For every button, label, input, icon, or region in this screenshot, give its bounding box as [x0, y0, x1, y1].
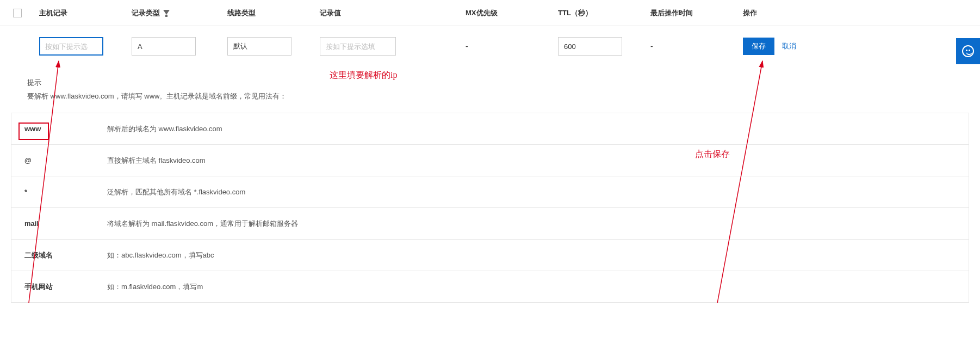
hint-key: @	[11, 156, 107, 164]
header-host: 主机记录	[39, 8, 132, 18]
hint-row: www 解析后的域名为 www.flaskvideo.com	[11, 113, 969, 145]
hint-key: 二级域名	[11, 250, 107, 260]
header-type-label: 记录类型	[132, 8, 160, 18]
header-line: 线路类型	[227, 8, 320, 18]
save-button[interactable]: 保存	[743, 38, 774, 55]
header-value: 记录值	[320, 8, 466, 18]
support-badge[interactable]	[956, 38, 980, 64]
header-ttl: TTL（秒）	[558, 8, 650, 18]
hint-row: 手机网站 如：m.flaskvideo.com，填写m	[11, 271, 969, 303]
hint-val: 泛解析，匹配其他所有域名 *.flaskvideo.com	[107, 187, 245, 197]
select-all-checkbox[interactable]	[13, 9, 22, 17]
hint-key: mail	[11, 219, 107, 228]
hint-table: www 解析后的域名为 www.flaskvideo.com @ 直接解析主域名…	[11, 113, 969, 303]
ttl-input[interactable]	[558, 37, 622, 56]
record-type-select[interactable]: A	[132, 37, 196, 56]
hint-row: * 泛解析，匹配其他所有域名 *.flaskvideo.com	[11, 176, 969, 208]
hint-val: 将域名解析为 mail.flaskvideo.com，通常用于解析邮箱服务器	[107, 219, 298, 229]
header-ops: 操作	[743, 8, 819, 18]
hint-val: 如：m.flaskvideo.com，填写m	[107, 282, 203, 292]
header-type[interactable]: 记录类型	[132, 8, 227, 18]
header-mx: MX优先级	[466, 8, 558, 18]
hint-key: 手机网站	[11, 282, 107, 292]
hint-desc: 要解析 www.flaskvideo.com，请填写 www。主机记录就是域名前…	[27, 90, 980, 103]
hint-row: mail 将域名解析为 mail.flaskvideo.com，通常用于解析邮箱…	[11, 208, 969, 240]
hint-key: *	[11, 188, 107, 196]
cancel-button[interactable]: 取消	[782, 41, 796, 51]
hint-val: 解析后的域名为 www.flaskvideo.com	[107, 124, 222, 134]
header-lastop: 最后操作时间	[650, 8, 743, 18]
hint-row: @ 直接解析主域名 flaskvideo.com	[11, 145, 969, 176]
record-type-value: A	[138, 42, 142, 51]
host-record-input[interactable]	[39, 37, 103, 56]
line-type-value: 默认	[233, 41, 247, 51]
record-edit-row: A 默认 - - 保存 取消	[0, 26, 980, 66]
hint-title: 提示	[27, 76, 980, 90]
hint-val: 直接解析主域名 flaskvideo.com	[107, 156, 206, 166]
hint-val: 如：abc.flaskvideo.com，填写abc	[107, 250, 214, 260]
hint-block: 提示 要解析 www.flaskvideo.com，请填写 www。主机记录就是…	[0, 66, 980, 108]
lastop-value: -	[650, 42, 653, 51]
mx-priority-value: -	[466, 42, 468, 51]
hint-row: 二级域名 如：abc.flaskvideo.com，填写abc	[11, 240, 969, 271]
header-checkbox-cell	[13, 9, 39, 17]
support-icon	[962, 45, 974, 57]
hint-key: www	[11, 125, 107, 133]
record-value-input[interactable]	[320, 37, 396, 56]
line-type-select[interactable]: 默认	[227, 37, 291, 56]
table-header: 主机记录 记录类型 线路类型 记录值 MX优先级 TTL（秒） 最后操作时间 操…	[0, 0, 980, 26]
filter-icon	[163, 10, 170, 16]
